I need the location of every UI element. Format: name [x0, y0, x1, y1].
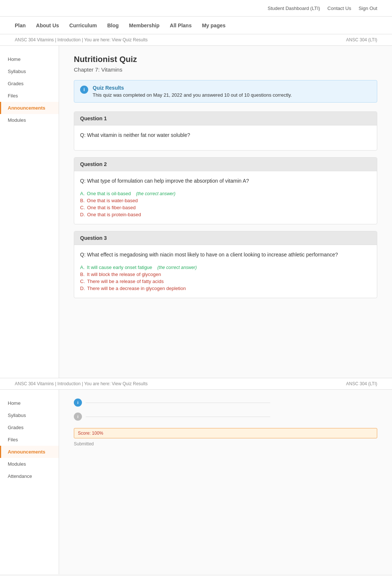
nav-mypages[interactable]: My pages	[202, 21, 226, 30]
answer-3-c: C. There will be a release of fatty acid…	[80, 278, 371, 285]
sidebar-item-files[interactable]: Files	[0, 90, 59, 102]
breadcrumb-bar: ANSC 304 Vitamins | Introduction | You a…	[0, 34, 392, 46]
bottom-blue-icon: i	[74, 399, 82, 407]
topbar-link-signout[interactable]: Sign Out	[358, 6, 377, 11]
sidebar: Home Syllabus Grades Files Announcements…	[0, 46, 59, 378]
answer-2-b-label: B.	[80, 198, 85, 203]
sidebar-item-grades[interactable]: Grades	[0, 77, 59, 90]
bottom-sidebar-syllabus[interactable]: Syllabus	[0, 409, 59, 421]
answer-2-b: B. One that is water-based	[80, 197, 371, 204]
answer-2-a: A. One that is oil-based (the correct an…	[80, 190, 371, 197]
question-3-header: Question 3	[74, 231, 377, 245]
bottom-gray-icon: i	[74, 413, 82, 421]
breadcrumb-right: ANSC 304 (LTI)	[346, 37, 377, 42]
answer-2-d-label: D.	[80, 212, 85, 217]
breadcrumb-bar-2: ANSC 304 Vitamins | Introduction | You a…	[0, 378, 392, 390]
answer-3-a-label: A.	[80, 265, 85, 270]
quiz-results-title: Quiz Results	[93, 85, 292, 91]
quiz-results-icon: i	[80, 86, 88, 94]
question-3-body: Q: What effect is megadosing with niacin…	[74, 245, 377, 298]
answer-2-d: D. One that is protein-based	[80, 211, 371, 218]
answer-3-d-label: D.	[80, 286, 85, 291]
quiz-results-desc: This quiz was completed on May 21, 2022 …	[93, 92, 292, 98]
answer-3-b-text: It will block the release of glycogen	[87, 272, 161, 277]
nav-membership[interactable]: Membership	[129, 21, 159, 30]
main-layout: Home Syllabus Grades Files Announcements…	[0, 46, 392, 378]
top-bar: Student Dashboard (LTI) Contact Us Sign …	[0, 0, 392, 17]
question-3-answers: A. It will cause early onset fatigue (th…	[80, 264, 371, 292]
main-content: Nutritionist Quiz Chapter 7: Vitamins i …	[59, 46, 392, 378]
bottom-sidebar-files[interactable]: Files	[0, 434, 59, 446]
answer-2-a-label: A.	[80, 191, 85, 196]
nav-allplans[interactable]: All Plans	[170, 21, 192, 30]
question-1-body: Q: What vitamin is neither fat nor water…	[74, 125, 377, 150]
answer-3-b-label: B.	[80, 272, 85, 277]
breadcrumb2-left: ANSC 304 Vitamins | Introduction | You a…	[15, 381, 148, 386]
answer-3-a-text: It will cause early onset fatigue	[87, 265, 152, 270]
answer-2-c-text: One that is fiber-based	[87, 205, 136, 210]
quiz-chapter: Chapter 7: Vitamins	[74, 66, 377, 73]
answer-3-c-label: C.	[80, 279, 85, 284]
quiz-results-box: i Quiz Results This quiz was completed o…	[74, 80, 377, 103]
answer-3-a-correct: (the correct answer)	[157, 265, 197, 270]
breadcrumb-left: ANSC 304 Vitamins | Introduction | You a…	[15, 37, 148, 42]
bottom-sidebar-announcements[interactable]: Announcements	[0, 446, 59, 458]
nav-bar: Plan About Us Curriculum Blog Membership…	[0, 17, 392, 34]
answer-3-a: A. It will cause early onset fatigue (th…	[80, 264, 371, 271]
bottom-score-section: Score: 100% Submitted	[74, 428, 377, 446]
bottom-score-label: Score	[78, 431, 89, 436]
bottom-divider-2	[86, 417, 270, 417]
question-1-text: Q: What vitamin is neither fat nor water…	[80, 131, 371, 139]
bottom-row-blue: i	[74, 399, 377, 407]
bottom-sidebar: Home Syllabus Grades Files Announcements…	[0, 390, 59, 574]
quiz-title: Nutritionist Quiz	[74, 55, 377, 64]
question-block-3: Question 3 Q: What effect is megadosing …	[74, 231, 377, 298]
bottom-sidebar-grades[interactable]: Grades	[0, 421, 59, 434]
topbar-link-contact[interactable]: Contact Us	[327, 6, 351, 11]
question-3-text: Q: What effect is megadosing with niacin…	[80, 251, 371, 259]
question-2-body: Q: What type of formulation can help imp…	[74, 171, 377, 224]
sidebar-item-syllabus[interactable]: Syllabus	[0, 65, 59, 77]
question-2-text: Q: What type of formulation can help imp…	[80, 177, 371, 185]
bottom-score-box: Score: 100%	[74, 428, 377, 438]
answer-3-d: D. There will be a decrease in glycogen …	[80, 285, 371, 292]
quiz-results-text: Quiz Results This quiz was completed on …	[93, 85, 292, 98]
bottom-layout: Home Syllabus Grades Files Announcements…	[0, 390, 392, 574]
answer-3-c-text: There will be a release of fatty acids	[87, 279, 164, 284]
bottom-score-value: 100%	[92, 431, 103, 436]
answer-2-a-correct: (the correct answer)	[136, 191, 176, 196]
question-block-1: Question 1 Q: What vitamin is neither fa…	[74, 111, 377, 151]
answer-2-c: C. One that is fiber-based	[80, 204, 371, 211]
answer-2-b-text: One that is water-based	[87, 198, 138, 203]
answer-3-b: B. It will block the release of glycogen	[80, 271, 371, 278]
bottom-row-gray: i	[74, 413, 377, 421]
answer-2-d-text: One that is protein-based	[87, 212, 141, 217]
bottom-sidebar-modules[interactable]: Modules	[0, 458, 59, 470]
question-block-2: Question 2 Q: What type of formulation c…	[74, 157, 377, 224]
bottom-sidebar-attendance[interactable]: Attendance	[0, 470, 59, 482]
answer-3-d-text: There will be a decrease in glycogen dep…	[87, 286, 186, 291]
sidebar-item-announcements[interactable]: Announcements	[0, 102, 59, 114]
breadcrumb2-right: ANSC 304 (LTI)	[346, 381, 377, 386]
bottom-sidebar-home[interactable]: Home	[0, 397, 59, 409]
bottom-divider-1	[86, 403, 270, 403]
question-2-answers: A. One that is oil-based (the correct an…	[80, 190, 371, 218]
question-1-header: Question 1	[74, 112, 377, 125]
sidebar-item-home[interactable]: Home	[0, 53, 59, 65]
topbar-link-dashboard[interactable]: Student Dashboard (LTI)	[268, 6, 320, 11]
nav-about[interactable]: About Us	[36, 21, 59, 30]
question-2-header: Question 2	[74, 158, 377, 171]
nav-blog[interactable]: Blog	[107, 21, 118, 30]
sidebar-item-modules[interactable]: Modules	[0, 114, 59, 126]
bottom-submitted-label: Submitted	[74, 441, 377, 446]
nav-curriculum[interactable]: Curriculum	[69, 21, 97, 30]
nav-plan[interactable]: Plan	[15, 21, 26, 30]
bottom-content: i i Score: 100% Submitted	[59, 390, 392, 574]
answer-2-c-label: C.	[80, 205, 85, 210]
answer-2-a-text: One that is oil-based	[87, 191, 131, 196]
